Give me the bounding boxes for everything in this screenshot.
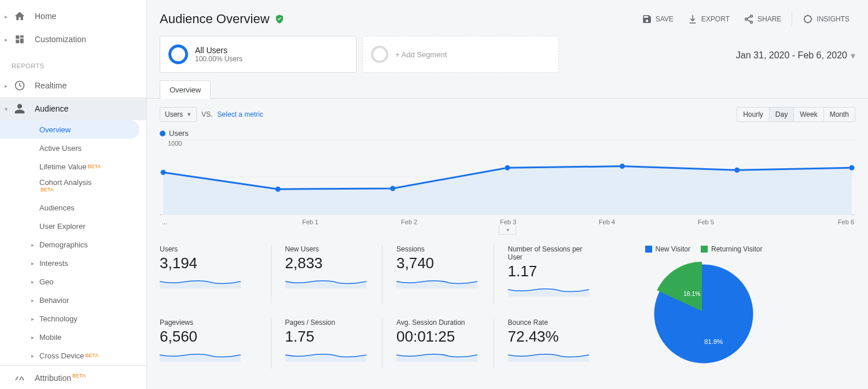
svg-point-11	[505, 165, 510, 171]
sparkline	[508, 281, 589, 297]
sidebar-item-label: Realtime	[35, 81, 139, 90]
save-button[interactable]: SAVE	[636, 10, 679, 28]
gran-week[interactable]: Week	[794, 108, 823, 121]
sidebar-sub-user-explorer[interactable]: User Explorer	[0, 217, 146, 235]
separator	[792, 12, 792, 26]
segment-all-users[interactable]: All Users 100.00% Users	[160, 36, 356, 73]
stat-value: 00:01:25	[396, 328, 480, 346]
stat-value: 3,194	[160, 254, 257, 272]
legend-swatch	[645, 246, 652, 253]
sidebar-sub-technology[interactable]: ▸Technology	[0, 309, 146, 328]
metric-dropdown[interactable]: Users ▼	[160, 107, 197, 122]
pie-panel: New Visitor Returning Visitor 81.9%18.1%	[605, 245, 790, 369]
page-header: Audience Overview SAVE EXPORT SHARE INSI…	[147, 0, 868, 36]
x-tick: Feb 1	[261, 218, 360, 225]
sidebar-item-realtime[interactable]: ▸ Realtime	[0, 74, 146, 97]
stat-card[interactable]: New Users2,833	[271, 245, 383, 303]
pie-legend-item: New Visitor	[645, 245, 690, 253]
insights-button[interactable]: INSIGHTS	[797, 10, 855, 28]
svg-point-8	[161, 170, 166, 175]
sidebar-item-audience[interactable]: ▾ Audience	[0, 97, 146, 120]
chevron-down-icon: ▼	[186, 112, 192, 117]
stats-grid: Users3,194New Users2,833Sessions3,740Num…	[160, 245, 605, 369]
legend-swatch	[701, 246, 708, 253]
sidebar-sub-mobile[interactable]: ▸Mobile	[0, 328, 146, 346]
sparkline	[160, 273, 241, 288]
sparkline	[508, 347, 589, 362]
segment-subtitle: 100.00% Users	[195, 55, 242, 63]
segments-row: All Users 100.00% Users + Add Segment Ja…	[147, 36, 868, 80]
tab-overview[interactable]: Overview	[160, 80, 211, 99]
stat-label: Pageviews	[160, 318, 257, 327]
chevron-down-icon: ▾	[851, 50, 855, 61]
select-metric-link[interactable]: Select a metric	[218, 110, 263, 118]
stat-card[interactable]: Bounce Rate72.43%	[494, 318, 606, 369]
line-chart: 1000 500 ... Feb 1 Feb 2 Feb 3 Feb 4 Feb…	[147, 139, 868, 235]
svg-point-14	[849, 165, 854, 171]
stat-label: Bounce Rate	[508, 318, 592, 327]
stat-label: Number of Sessions per User	[508, 245, 592, 261]
stat-label: New Users	[285, 245, 369, 253]
segment-ring-icon	[371, 46, 388, 63]
sidebar-item-attribution[interactable]: AttributionBETA	[0, 366, 146, 389]
x-tick: ...	[160, 218, 261, 225]
tab-row: Overview	[147, 80, 868, 99]
sidebar-sub-overview[interactable]: Overview	[0, 120, 139, 139]
stat-value: 1.75	[285, 328, 369, 346]
home-icon	[13, 9, 27, 23]
sidebar-sub-behavior[interactable]: ▸Behavior	[0, 291, 146, 309]
x-axis: ... Feb 1 Feb 2 Feb 3 Feb 4 Feb 5 Feb 6	[160, 218, 855, 225]
vs-label: VS.	[201, 110, 212, 118]
sidebar-item-customization[interactable]: ▸ Customization	[0, 28, 146, 51]
stat-value: 6,560	[160, 328, 257, 346]
sidebar-sub-geo[interactable]: ▸Geo	[0, 272, 146, 291]
chart-expand-button[interactable]: ▾	[499, 225, 516, 235]
sidebar-sub-audiences[interactable]: Audiences	[0, 198, 146, 217]
stat-label: Users	[160, 245, 257, 253]
stat-card[interactable]: Pageviews6,560	[160, 318, 271, 369]
gran-month[interactable]: Month	[824, 108, 855, 121]
sidebar-sub-interests[interactable]: ▸Interests	[0, 254, 146, 272]
sidebar-item-home[interactable]: ▸ Home	[0, 5, 146, 28]
sparkline	[285, 273, 366, 288]
stat-value: 72.43%	[508, 328, 592, 346]
segment-add-label: + Add Segment	[395, 50, 447, 59]
sidebar-item-label: Home	[35, 12, 139, 21]
gran-hourly[interactable]: Hourly	[737, 108, 770, 121]
stat-label: Sessions	[396, 245, 480, 253]
stat-label: Pages / Session	[285, 318, 369, 327]
dashboard-icon	[13, 32, 27, 46]
stat-value: 3,740	[396, 254, 480, 272]
x-tick: Feb 3	[459, 218, 558, 225]
sparkline	[160, 347, 241, 362]
stat-card[interactable]: Pages / Session1.75	[271, 318, 383, 369]
gran-day[interactable]: Day	[770, 108, 794, 121]
line-chart-svg	[160, 139, 855, 215]
stat-value: 1.17	[508, 262, 592, 280]
export-button[interactable]: EXPORT	[682, 10, 735, 28]
stat-card[interactable]: Sessions3,740	[382, 245, 494, 303]
granularity-toggle: Hourly Day Week Month	[737, 107, 855, 122]
legend-dot	[160, 131, 165, 136]
sidebar-sub-active-users[interactable]: Active Users	[0, 139, 146, 157]
verified-shield-icon	[274, 14, 285, 24]
sidebar-sub-lifetime-value[interactable]: Lifetime ValueBETA	[0, 157, 146, 176]
header-actions: SAVE EXPORT SHARE INSIGHTS	[636, 10, 855, 28]
sidebar-sub-cross-device[interactable]: ▸Cross DeviceBETA	[0, 346, 146, 365]
share-button[interactable]: SHARE	[738, 10, 787, 28]
page-title: Audience Overview	[160, 12, 270, 27]
sparkline	[396, 347, 477, 362]
segment-add[interactable]: + Add Segment	[362, 36, 559, 73]
sparkline	[285, 347, 366, 362]
main-content: Audience Overview SAVE EXPORT SHARE INSI…	[147, 0, 868, 389]
stat-card[interactable]: Users3,194	[160, 245, 271, 303]
x-tick: Feb 4	[557, 218, 656, 225]
stat-card[interactable]: Avg. Session Duration00:01:25	[382, 318, 494, 369]
stat-card[interactable]: Number of Sessions per User1.17	[494, 245, 606, 303]
attribution-icon	[13, 371, 27, 384]
svg-text:18.1%: 18.1%	[683, 291, 701, 297]
stat-label: Avg. Session Duration	[396, 318, 480, 327]
sidebar-sub-cohort[interactable]: Cohort AnalysisBETA	[0, 176, 146, 198]
date-range-picker[interactable]: Jan 31, 2020 - Feb 6, 2020 ▾	[736, 36, 855, 73]
sidebar-sub-demographics[interactable]: ▸Demographics	[0, 235, 146, 254]
